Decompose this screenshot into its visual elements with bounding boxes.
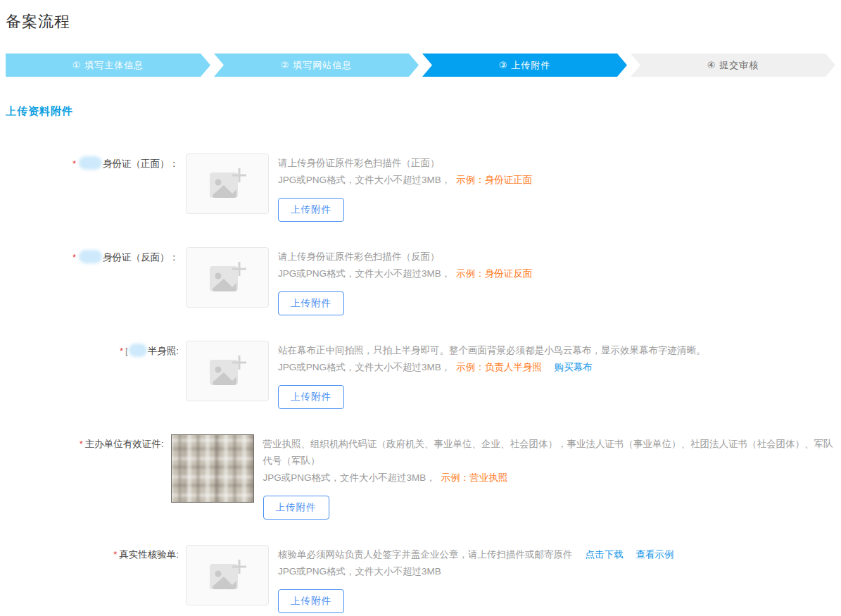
redacted-name-blur bbox=[79, 156, 102, 170]
row-organizer-certificate: *主办单位有效证件: 营业执照、组织机构代码证（政府机关、事业单位、企业、社会团… bbox=[6, 434, 835, 520]
upload-image-placeholder[interactable] bbox=[186, 153, 269, 214]
example-link[interactable]: 示例：负责人半身照 bbox=[456, 362, 542, 372]
row-verification-form: *真实性核验单: 核验单必须网站负责人处签字并盖企业公章，请上传扫描件或邮寄原件… bbox=[6, 545, 835, 613]
description-text: 站在幕布正中间拍照，只拍上半身即可。整个画面背景必须都是小鸟云幕布，显示效果幕布… bbox=[278, 345, 706, 356]
required-asterisk: * bbox=[72, 252, 76, 263]
field-description: 营业执照、组织机构代码证（政府机关、事业单位、企业、社会团体），事业法人证书（事… bbox=[263, 434, 835, 520]
description-line-2: JPG或PNG格式，文件大小不超过3MB，示例：营业执照 bbox=[263, 470, 835, 486]
upload-image-placeholder[interactable] bbox=[186, 341, 269, 401]
required-asterisk: * bbox=[113, 549, 117, 560]
buy-backdrop-link[interactable]: 购买幕布 bbox=[555, 362, 593, 372]
upload-attachment-button[interactable]: 上传附件 bbox=[278, 385, 344, 409]
field-label: *真实性核验单: bbox=[6, 545, 179, 562]
step-2-fill-website-info[interactable]: ② 填写网站信息 bbox=[214, 54, 419, 77]
field-label: *[半身照: bbox=[6, 341, 179, 358]
step-1-fill-subject-info[interactable]: ① 填写主体信息 bbox=[6, 54, 210, 77]
description-line-2: JPG或PNG格式，文件大小不超过3MB，示例：身份证正面 bbox=[278, 172, 532, 189]
upload-attachment-button[interactable]: 上传附件 bbox=[278, 589, 344, 613]
step-1-label: ① 填写主体信息 bbox=[72, 59, 144, 72]
step-2-label: ② 填写网站信息 bbox=[281, 59, 352, 72]
required-asterisk: * bbox=[80, 439, 83, 449]
description-line-1: 请上传身份证原件彩色扫描件（正面） bbox=[278, 155, 532, 172]
description-line-1: 营业执照、组织机构代码证（政府机关、事业单位、企业、社会团体），事业法人证书（事… bbox=[263, 436, 835, 470]
description-line-1: 核验单必须网站负责人处签字并盖企业公章，请上传扫描件或邮寄原件点击下载查看示例 bbox=[278, 546, 674, 563]
description-line-2: JPG或PNG格式，文件大小不超过3MB bbox=[278, 563, 674, 580]
step-3-upload-attachments[interactable]: ③ 上传附件 bbox=[422, 54, 627, 77]
upload-attachment-button[interactable]: 上传附件 bbox=[263, 496, 329, 520]
field-label-text: 主办单位有效证件: bbox=[85, 439, 164, 449]
required-asterisk: * bbox=[72, 158, 76, 169]
row-id-card-front: *身份证（正面）： 请上传身份证原件彩色扫描件（正面） JPG或PNG格式，文件… bbox=[6, 153, 835, 222]
field-description: 请上传身份证原件彩色扫描件（反面） JPG或PNG格式，文件大小不超过3MB，示… bbox=[278, 247, 532, 315]
example-link[interactable]: 示例：营业执照 bbox=[441, 472, 508, 483]
add-image-icon bbox=[205, 353, 249, 389]
uploaded-license-thumbnail[interactable] bbox=[171, 434, 254, 503]
description-line-2: JPG或PNG格式，文件大小不超过3MB，示例：身份证反面 bbox=[278, 265, 532, 282]
description-line-2: JPG或PNG格式，文件大小不超过3MB，示例：负责人半身照购买幕布 bbox=[278, 359, 706, 376]
step-4-label: ④ 提交审核 bbox=[707, 59, 759, 72]
row-half-body-photo: *[半身照: 站在幕布正中间拍照，只拍上半身即可。整个画面背景必须都是小鸟云幕布… bbox=[6, 341, 835, 409]
upload-rows: *身份证（正面）： 请上传身份证原件彩色扫描件（正面） JPG或PNG格式，文件… bbox=[6, 153, 835, 616]
step-progress-bar: ① 填写主体信息 ② 填写网站信息 ③ 上传附件 ④ 提交审核 bbox=[6, 54, 835, 77]
field-description: 请上传身份证原件彩色扫描件（正面） JPG或PNG格式，文件大小不超过3MB，示… bbox=[278, 153, 532, 222]
description-line-1: 站在幕布正中间拍照，只拍上半身即可。整个画面背景必须都是小鸟云幕布，显示效果幕布… bbox=[278, 342, 706, 359]
add-image-icon bbox=[205, 259, 249, 296]
description-text: 请上传身份证原件彩色扫描件（正面） bbox=[278, 158, 440, 168]
format-hint-text: JPG或PNG格式，文件大小不超过3MB， bbox=[278, 362, 450, 372]
field-label: *身份证（反面）： bbox=[6, 247, 179, 265]
upload-attachment-button[interactable]: 上传附件 bbox=[278, 198, 344, 222]
field-label-text: 身份证（正面）： bbox=[103, 158, 179, 169]
example-link[interactable]: 示例：身份证反面 bbox=[456, 268, 532, 279]
description-line-1: 请上传身份证原件彩色扫描件（反面） bbox=[278, 249, 532, 265]
upload-image-placeholder[interactable] bbox=[186, 247, 269, 308]
field-label-text: 半身照: bbox=[148, 346, 179, 356]
view-example-link[interactable]: 查看示例 bbox=[636, 549, 674, 560]
description-text: 营业执照、组织机构代码证（政府机关、事业单位、企业、社会团体），事业法人证书（事… bbox=[263, 439, 833, 466]
field-label: *身份证（正面）： bbox=[6, 153, 179, 171]
format-hint-text: JPG或PNG格式，文件大小不超过3MB， bbox=[263, 472, 436, 483]
format-hint-text: JPG或PNG格式，文件大小不超过3MB， bbox=[278, 175, 450, 185]
format-hint-text: JPG或PNG格式，文件大小不超过3MB bbox=[278, 566, 441, 577]
label-prefix: [ bbox=[125, 346, 128, 356]
field-description: 站在幕布正中间拍照，只拍上半身即可。整个画面背景必须都是小鸟云幕布，显示效果幕布… bbox=[278, 341, 706, 409]
step-4-submit-review[interactable]: ④ 提交审核 bbox=[631, 54, 835, 77]
field-description: 核验单必须网站负责人处签字并盖企业公章，请上传扫描件或邮寄原件点击下载查看示例 … bbox=[278, 545, 674, 613]
description-text: 请上传身份证原件彩色扫描件（反面） bbox=[278, 251, 440, 262]
required-asterisk: * bbox=[120, 346, 123, 356]
click-download-link[interactable]: 点击下载 bbox=[586, 549, 624, 560]
add-image-icon bbox=[205, 165, 249, 202]
field-label-text: 身份证（反面）： bbox=[103, 252, 179, 263]
upload-attachment-button[interactable]: 上传附件 bbox=[278, 291, 344, 315]
row-id-card-back: *身份证（反面）： 请上传身份证原件彩色扫描件（反面） JPG或PNG格式，文件… bbox=[6, 247, 835, 315]
description-text: 核验单必须网站负责人处签字并盖企业公章，请上传扫描件或邮寄原件 bbox=[278, 549, 573, 560]
example-link[interactable]: 示例：身份证正面 bbox=[456, 175, 532, 185]
redacted-name-blur bbox=[79, 250, 102, 263]
blurred-license-image bbox=[171, 434, 254, 503]
filing-process-page: 备案流程 ① 填写主体信息 ② 填写网站信息 ③ 上传附件 ④ 提交审核 上传资… bbox=[0, 0, 841, 616]
add-image-icon bbox=[205, 557, 249, 593]
field-label: *主办单位有效证件: bbox=[6, 434, 164, 451]
section-heading-upload-attachments: 上传资料附件 bbox=[6, 105, 835, 118]
step-3-label: ③ 上传附件 bbox=[499, 59, 550, 72]
format-hint-text: JPG或PNG格式，文件大小不超过3MB， bbox=[278, 268, 450, 279]
page-title: 备案流程 bbox=[6, 0, 835, 32]
redacted-name-blur bbox=[129, 344, 147, 357]
upload-image-placeholder[interactable] bbox=[186, 545, 269, 605]
field-label-text: 真实性核验单: bbox=[119, 549, 179, 560]
